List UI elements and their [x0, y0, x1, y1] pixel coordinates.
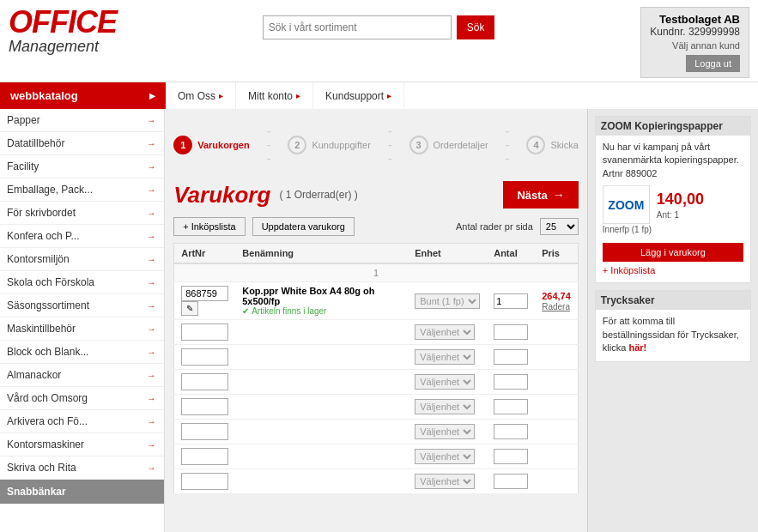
breadcrumb-steps: 1 Varukorgen - - - 2 Kunduppgifter - - -… [173, 118, 579, 172]
sidebar-arrow-icon: → [147, 440, 155, 450]
search-button[interactable]: Sök [457, 15, 495, 39]
logout-button[interactable]: Logga ut [686, 55, 740, 72]
sidebar-item-kontorsmiljon[interactable]: Kontorsmiljön → [0, 248, 164, 271]
sidebar-item-emballage[interactable]: Emballage, Pack... → [0, 178, 164, 202]
trycksaker-text: För att komma till beställningssidan för… [603, 315, 743, 354]
row-divider: 1 [174, 263, 579, 282]
content-area: 1 Varukorgen - - - 2 Kunduppgifter - - -… [165, 109, 587, 532]
empty-row: Väljenhet [174, 469, 579, 494]
nasta-button[interactable]: Nästa → [503, 181, 578, 209]
sidebar-item-skola[interactable]: Skola och Förskola → [0, 271, 164, 294]
empty-row: Väljenhet [174, 345, 579, 370]
edit-button[interactable]: ✎ [181, 301, 198, 316]
empty-unit-select[interactable]: Väljenhet [415, 374, 475, 390]
sidebar-item-kontorsmaskiner[interactable]: Kontorsmaskiner → [0, 433, 164, 456]
promo-inkopslista-link[interactable]: + Inköpslista [603, 265, 743, 275]
empty-row: Väljenhet [174, 395, 579, 420]
unit-select[interactable]: Bunt (1 fp) [415, 293, 480, 309]
qty-input[interactable] [494, 293, 528, 309]
webbkatalog-arrow-icon: ▸ [149, 89, 155, 102]
toolbar: + Inköpslista Uppdatera varukorg Antal r… [173, 217, 579, 236]
nav-item-mittkonto[interactable]: Mitt konto ▸ [236, 82, 313, 109]
check-icon: ✔ [242, 306, 249, 316]
empty-artno-input[interactable] [181, 373, 228, 390]
empty-unit-select[interactable]: Väljenhet [415, 399, 475, 414]
col-artno: ArtNr [174, 244, 236, 264]
step-kunduppgifter: 2 Kunduppgifter [288, 136, 371, 154]
sidebar-item-papper[interactable]: Papper → [0, 109, 164, 132]
empty-qty-input[interactable] [494, 349, 528, 365]
sidebar-item-maskintillbehor[interactable]: Maskintillbehör → [0, 317, 164, 341]
product-artno-cell: ✎ [174, 282, 236, 320]
empty-artno-input[interactable] [181, 348, 228, 366]
empty-qty-input[interactable] [494, 374, 528, 390]
search-area: Sök [263, 15, 495, 39]
nav-item-kundsupport[interactable]: Kundsupport ▸ [313, 82, 404, 109]
right-panel: ZOOM Kopieringspapper Nu har vi kampanj … [587, 109, 758, 532]
search-input[interactable] [263, 15, 452, 39]
promo-fp: Innerfp (1 fp) [603, 225, 743, 234]
empty-qty-input[interactable] [494, 399, 528, 414]
nav-items: Om Oss ▸ Mitt konto ▸ Kundsupport ▸ [166, 82, 758, 109]
empty-qty-input[interactable] [494, 424, 528, 439]
step-divider: - - - [267, 124, 271, 166]
sidebar-item-block[interactable]: Block och Blank... → [0, 341, 164, 364]
empty-qty-input[interactable] [494, 324, 528, 340]
sidebar-item-facility[interactable]: Facility → [0, 155, 164, 178]
sidebar-item-vard[interactable]: Vård och Omsorg → [0, 387, 164, 410]
table-row: ✎ Kop.ppr White Box A4 80g oh 5x500/fp ✔… [174, 282, 579, 320]
nasta-arrow-icon: → [553, 188, 565, 202]
sidebar-arrow-icon: → [147, 417, 155, 426]
promo-box: ZOOM Kopieringspapper Nu har vi kampanj … [595, 116, 751, 283]
sidebar-item-arkivera[interactable]: Arkivera och Fö... → [0, 410, 164, 433]
sidebar-arrow-icon: → [147, 162, 155, 172]
logo: OFFICE Management [9, 7, 117, 56]
sidebar-arrow-icon: → [147, 278, 155, 287]
radera-link[interactable]: Radera [542, 302, 570, 311]
empty-unit-select[interactable]: Väljenhet [415, 424, 475, 439]
sidebar-arrow-icon: → [147, 139, 155, 148]
step-skicka: 4 Skicka [526, 136, 578, 154]
empty-artno-input[interactable] [181, 423, 228, 440]
empty-qty-input[interactable] [494, 449, 528, 464]
nav-arrow-icon: ▸ [387, 91, 391, 100]
account-panel: Testbolaget AB Kundnr. 329999998 Välj an… [640, 7, 749, 78]
account-custnumber: Kundnr. 329999998 [650, 26, 740, 38]
rows-select[interactable]: 25 50 100 [540, 218, 579, 235]
empty-unit-select[interactable]: Väljenhet [415, 474, 475, 489]
empty-unit-select[interactable]: Väljenhet [415, 324, 475, 340]
nav-webbkatalog[interactable]: webbkatalog ▸ [0, 82, 166, 109]
zoom-logo: ZOOM [608, 198, 644, 212]
empty-qty-input[interactable] [494, 474, 528, 489]
col-enhet: Enhet [408, 244, 487, 264]
sidebar-item-skrivbordet[interactable]: För skrivbordet → [0, 202, 164, 225]
switch-customer-link[interactable]: Välj annan kund [650, 40, 740, 51]
step-circle-1: 1 [173, 136, 192, 154]
trycksaker-link[interactable]: här! [628, 342, 646, 353]
empty-unit-select[interactable]: Väljenhet [415, 449, 475, 464]
rows-label: Antal rader pr sida [456, 221, 533, 232]
artno-input[interactable] [181, 286, 228, 301]
nav-arrow-icon: ▸ [296, 91, 300, 100]
sidebar-arrow-icon: → [147, 463, 155, 473]
uppdatera-button[interactable]: Uppdatera varukorg [252, 217, 355, 236]
sidebar-item-sasongsortiment[interactable]: Säsongssortiment → [0, 294, 164, 317]
step-orderdetaljer: 3 Orderdetaljer [409, 136, 488, 154]
logo-office: OFFICE [9, 7, 117, 38]
empty-row: Väljenhet [174, 370, 579, 395]
empty-artno-input[interactable] [181, 398, 228, 415]
empty-artno-input[interactable] [181, 448, 228, 465]
empty-unit-select[interactable]: Väljenhet [415, 349, 475, 365]
empty-artno-input[interactable] [181, 473, 228, 490]
sidebar-item-skriva[interactable]: Skriva och Rita → [0, 456, 164, 480]
product-qty-cell [487, 282, 535, 320]
nav-item-omoss[interactable]: Om Oss ▸ [166, 82, 236, 109]
sidebar-item-almanackor[interactable]: Almanackor → [0, 364, 164, 387]
sidebar-item-konfera[interactable]: Konfera och P... → [0, 225, 164, 248]
sidebar-item-datatillbehor[interactable]: Datatillbehör → [0, 132, 164, 155]
inkopslista-button[interactable]: + Inköpslista [173, 217, 245, 236]
empty-artno-input[interactable] [181, 323, 228, 341]
lagg-i-varukorg-button[interactable]: Lägg i varukorg [603, 243, 743, 262]
sidebar: Papper → Datatillbehör → Facility → Emba… [0, 109, 165, 532]
col-benamning: Benämning [235, 244, 408, 264]
